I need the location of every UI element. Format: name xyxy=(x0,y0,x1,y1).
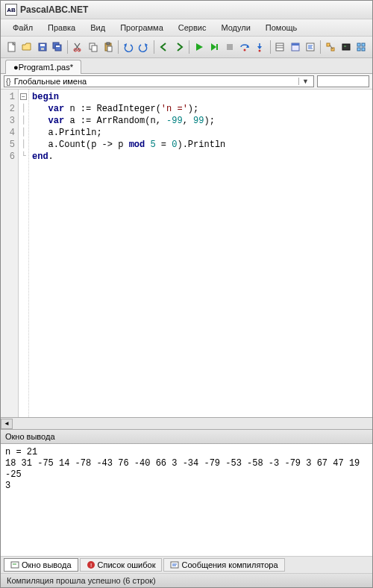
titlebar: AB PascalABC.NET xyxy=(1,1,372,19)
menu-view[interactable]: Вид xyxy=(84,22,111,34)
menubar: Файл Правка Вид Программа Сервис Модули … xyxy=(1,19,372,37)
properties-icon[interactable] xyxy=(273,39,286,55)
output-tab-icon xyxy=(10,560,19,569)
nav-back-icon[interactable] xyxy=(157,39,170,55)
file-tabs: ●Program1.pas* xyxy=(1,58,372,74)
svg-rect-13 xyxy=(107,46,112,51)
separator xyxy=(320,40,321,54)
menu-file[interactable]: Файл xyxy=(7,22,39,34)
new-file-icon[interactable] xyxy=(5,39,19,55)
tab-program1[interactable]: ●Program1.pas* xyxy=(5,60,81,74)
save-icon[interactable] xyxy=(36,39,49,55)
svg-rect-22 xyxy=(292,43,299,46)
svg-rect-18 xyxy=(276,43,283,51)
line-number: 2 xyxy=(2,103,15,115)
svg-rect-12 xyxy=(107,43,110,45)
separator xyxy=(154,40,154,54)
scope-dropdown[interactable]: {} Глобальные имена ▼ xyxy=(4,75,314,87)
fold-toggle-icon[interactable]: − xyxy=(20,93,27,100)
app-title: PascalABC.NET xyxy=(20,4,88,15)
separator xyxy=(67,40,68,54)
svg-rect-10 xyxy=(92,46,97,51)
code-area[interactable]: begin var n := ReadInteger('n ='); var a… xyxy=(29,90,372,417)
run-no-debug-icon[interactable] xyxy=(207,39,221,55)
stop-icon[interactable] xyxy=(223,39,236,55)
errors-tab-icon: ! xyxy=(87,560,95,569)
toolbar xyxy=(1,37,372,58)
line-number: 4 xyxy=(2,127,15,139)
separator xyxy=(189,40,189,54)
output-icon[interactable] xyxy=(339,39,352,55)
svg-rect-3 xyxy=(41,48,44,50)
horizontal-scrollbar[interactable]: ◄ xyxy=(1,417,372,429)
cut-icon[interactable] xyxy=(71,39,84,55)
code-editor[interactable]: 1 2 3 4 5 6 − │ │ │ │ └ begin var n := R… xyxy=(1,90,372,417)
svg-rect-30 xyxy=(342,44,350,50)
blocks-icon[interactable] xyxy=(354,39,368,55)
code-view-icon[interactable] xyxy=(304,39,317,55)
member-dropdown[interactable] xyxy=(317,75,369,87)
undo-icon[interactable] xyxy=(122,39,135,55)
run-icon[interactable] xyxy=(192,39,206,55)
form-view-icon[interactable] xyxy=(289,39,302,55)
line-number: 3 xyxy=(2,115,15,127)
app-icon: AB xyxy=(5,4,17,16)
fold-column: − │ │ │ │ └ xyxy=(19,90,29,417)
tab-output[interactable]: Окно вывода xyxy=(4,558,78,572)
scope-label: Глобальные имена xyxy=(14,77,87,86)
tab-compiler-messages[interactable]: Сообщения компилятора xyxy=(163,558,284,572)
step-into-icon[interactable] xyxy=(253,39,266,55)
redo-icon[interactable] xyxy=(137,39,150,55)
svg-rect-27 xyxy=(327,43,330,46)
svg-rect-14 xyxy=(216,44,218,50)
bottom-tabs: Окно вывода ! Список ошибок Сообщения ко… xyxy=(1,556,372,574)
scroll-left-icon[interactable]: ◄ xyxy=(1,419,13,429)
nav-forward-icon[interactable] xyxy=(172,39,186,55)
svg-rect-33 xyxy=(362,43,365,46)
copy-icon[interactable] xyxy=(86,39,99,55)
save-all-icon[interactable] xyxy=(51,39,64,55)
svg-rect-40 xyxy=(171,562,178,568)
menu-help[interactable]: Помощь xyxy=(260,22,304,34)
chevron-down-icon: ▼ xyxy=(298,78,312,85)
separator xyxy=(270,40,271,54)
svg-rect-15 xyxy=(227,44,233,50)
svg-rect-34 xyxy=(357,48,360,51)
tab-errors[interactable]: ! Список ошибок xyxy=(80,558,163,572)
status-bar: Компиляция прошла успешно (6 строк) xyxy=(1,574,372,587)
scope-bar: {} Глобальные имена ▼ xyxy=(1,74,372,90)
menu-program[interactable]: Программа xyxy=(114,22,169,34)
open-file-icon[interactable] xyxy=(20,39,34,55)
svg-point-16 xyxy=(244,49,246,51)
line-gutter: 1 2 3 4 5 6 xyxy=(1,90,19,417)
menu-edit[interactable]: Правка xyxy=(42,22,81,34)
tab-output-label: Окно вывода xyxy=(22,560,72,569)
menu-service[interactable]: Сервис xyxy=(172,22,213,34)
menu-modules[interactable]: Модули xyxy=(215,22,256,34)
namespace-icon: {} xyxy=(6,78,11,86)
svg-rect-35 xyxy=(362,48,365,51)
svg-rect-2 xyxy=(40,44,45,46)
svg-rect-32 xyxy=(357,43,360,46)
line-number: 6 xyxy=(2,151,15,163)
output-header: Окно вывода xyxy=(1,429,372,444)
line-number: 1 xyxy=(2,91,15,103)
scheme-icon[interactable] xyxy=(324,39,337,55)
svg-rect-6 xyxy=(56,46,60,47)
tab-messages-label: Сообщения компилятора xyxy=(181,560,278,569)
line-number: 5 xyxy=(2,139,15,151)
tab-errors-label: Список ошибок xyxy=(98,560,156,569)
paste-icon[interactable] xyxy=(101,39,115,55)
svg-point-17 xyxy=(259,50,261,52)
output-panel[interactable]: n = 21 18 31 -75 14 -78 -43 76 -40 66 3 … xyxy=(1,444,372,556)
step-over-icon[interactable] xyxy=(238,39,251,55)
messages-tab-icon xyxy=(170,560,179,569)
separator xyxy=(118,40,119,54)
svg-text:!: ! xyxy=(90,562,91,569)
svg-rect-36 xyxy=(11,562,19,568)
